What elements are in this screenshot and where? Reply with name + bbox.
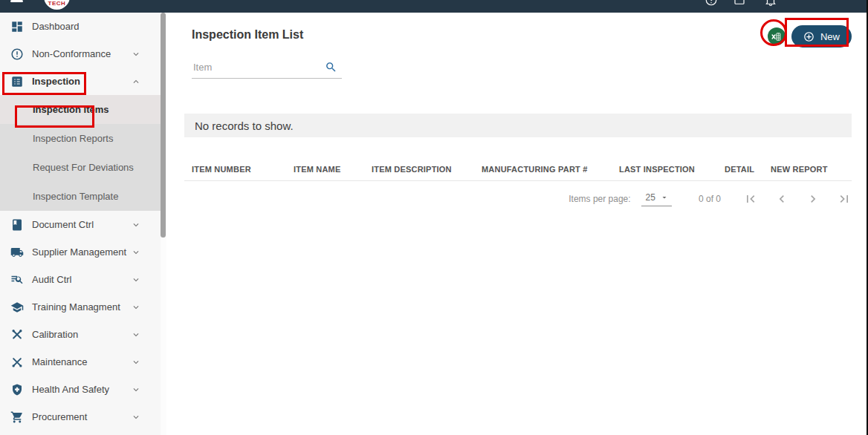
sidebar-item-label: Audit Ctrl (32, 274, 71, 285)
column-header-manufacturing-part: MANUFACTURING PART # (482, 165, 619, 174)
page-size-value: 25 (646, 192, 655, 203)
top-navigation-bar: TECH (0, 0, 867, 13)
sidebar-item-calibration[interactable]: Calibration (0, 321, 161, 348)
chevron-down-icon (131, 302, 141, 313)
page-size-select[interactable]: 25 (641, 192, 672, 206)
first-page-button[interactable] (743, 192, 758, 206)
column-header-item-name: ITEM NAME (294, 165, 372, 174)
sidebar-item-dashboard[interactable]: Dashboard (0, 13, 161, 40)
item-search-field (192, 57, 342, 79)
sidebar-item-label: Maintenance (32, 356, 87, 367)
chevron-down-icon (131, 220, 141, 230)
table-header-row: ITEM NUMBER ITEM NAME ITEM DESCRIPTION M… (184, 158, 852, 181)
crossed-wrench-icon (10, 356, 24, 369)
sidebar-scrollbar-track[interactable] (161, 13, 166, 435)
truck-icon (10, 246, 24, 259)
submenu-item-label: Inspection Template (33, 191, 118, 202)
sidebar-item-request-for-deviations[interactable]: Request For Deviations (0, 153, 161, 182)
inspection-list-icon (10, 75, 24, 88)
search-icon[interactable] (325, 61, 337, 73)
sidebar-item-inspection-reports[interactable]: Inspection Reports (0, 124, 161, 153)
briefcase-icon[interactable] (733, 0, 746, 7)
app-window: TECH Dashboard Non-Conformance (0, 0, 868, 435)
crossed-tools-icon (10, 328, 24, 341)
sidebar-item-label: Supplier Management (32, 246, 126, 258)
chevron-down-icon (131, 330, 141, 340)
chevron-down-icon (131, 412, 141, 422)
sidebar-item-non-conformance[interactable]: Non-Conformance (0, 40, 161, 68)
sidebar-item-inspection-template[interactable]: Inspection Template (0, 182, 161, 211)
dashboard-icon (10, 20, 24, 33)
sidebar-item-label: Dashboard (32, 21, 80, 32)
sidebar-item-document-ctrl[interactable]: Document Ctrl (0, 211, 161, 238)
sidebar-item-label: Training Managment (32, 301, 120, 313)
sidebar-item-health-and-safety[interactable]: Health And Safety (0, 376, 161, 403)
submenu-item-label: Request For Deviations (33, 162, 134, 173)
column-header-item-number: ITEM NUMBER (192, 165, 294, 174)
empty-message: No records to show. (195, 120, 294, 132)
sidebar-item-inspection[interactable]: Inspection (0, 68, 161, 95)
new-button-label: New (820, 31, 840, 42)
sidebar-item-label: Procurement (32, 411, 87, 422)
sidebar-item-inspection-items[interactable]: Inspection Items (0, 95, 161, 124)
previous-page-button[interactable] (774, 192, 789, 206)
column-header-item-description: ITEM DESCRIPTION (372, 165, 482, 174)
sidebar-item-label: Health And Safety (32, 384, 109, 395)
sidebar-item-training-managment[interactable]: Training Managment (0, 293, 161, 321)
sidebar-scrollbar-thumb[interactable] (161, 13, 166, 238)
excel-icon (771, 31, 782, 42)
logo-text: TECH (48, 0, 66, 10)
caret-down-icon (660, 193, 669, 202)
chevron-up-icon (131, 76, 141, 87)
excel-export-button[interactable] (768, 27, 786, 45)
graduation-cap-icon (10, 301, 24, 314)
main-content: Inspection Item List New (166, 13, 867, 435)
column-header-new-report: NEW REPORT (771, 165, 852, 174)
page-title: Inspection Item List (192, 28, 303, 42)
search-input[interactable] (192, 57, 318, 79)
plus-circle-icon (803, 31, 814, 42)
shield-plus-icon (10, 383, 24, 396)
page-range-label: 0 of 0 (699, 194, 721, 204)
chevron-down-icon (131, 49, 141, 59)
submenu-item-label: Inspection Reports (33, 133, 113, 144)
empty-state-banner: No records to show. (184, 114, 852, 137)
column-header-detail: DETAIL (725, 165, 771, 174)
book-icon (10, 218, 24, 232)
chevron-down-icon (131, 357, 141, 367)
paginator: Items per page: 25 0 of 0 (184, 181, 852, 217)
menu-hamburger-icon[interactable] (10, 0, 23, 2)
items-per-page-label: Items per page: (569, 194, 630, 204)
cart-icon (10, 411, 24, 424)
sidebar-item-label: Non-Conformance (32, 48, 111, 59)
last-page-button[interactable] (837, 192, 852, 206)
new-button[interactable]: New (791, 25, 852, 48)
sidebar-item-procurement[interactable]: Procurement (0, 403, 161, 431)
sidebar-item-label: Document Ctrl (32, 219, 94, 230)
sidebar-item-maintenance[interactable]: Maintenance (0, 348, 161, 376)
sidebar-navigation: Dashboard Non-Conformance Inspection Ins (0, 13, 166, 435)
bell-icon[interactable] (764, 0, 777, 7)
inspection-submenu: Inspection Items Inspection Reports Requ… (0, 95, 161, 211)
column-header-last-inspection: LAST INSPECTION (619, 165, 725, 174)
sidebar-item-supplier-management[interactable]: Supplier Management (0, 238, 161, 266)
sidebar-item-audit-ctrl[interactable]: Audit Ctrl (0, 266, 161, 293)
company-logo: TECH (44, 0, 70, 10)
search-list-icon (10, 273, 24, 287)
next-page-button[interactable] (806, 192, 820, 206)
chevron-down-icon (131, 275, 141, 285)
help-icon[interactable] (705, 0, 718, 7)
alert-circle-icon (10, 48, 24, 61)
chevron-down-icon (131, 247, 141, 258)
sidebar-item-label: Calibration (32, 329, 78, 340)
submenu-item-label: Inspection Items (33, 104, 109, 115)
sidebar-item-label: Inspection (32, 76, 80, 87)
chevron-down-icon (131, 385, 141, 395)
